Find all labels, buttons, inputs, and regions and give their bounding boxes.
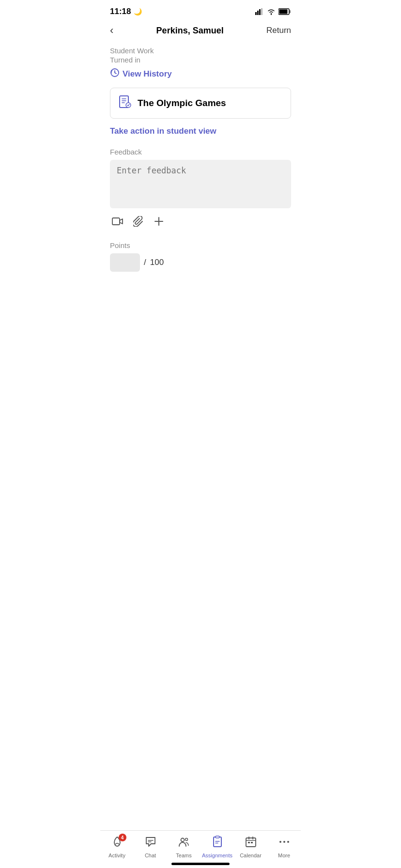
turned-in-label: Turned in — [110, 56, 291, 64]
battery-icon — [278, 8, 291, 15]
points-input[interactable] — [110, 253, 140, 272]
top-nav: ‹ Perkins, Samuel Return — [100, 19, 301, 42]
points-section: Points / 100 — [110, 241, 291, 272]
svg-rect-3 — [261, 8, 262, 15]
assignment-card-icon — [118, 95, 132, 111]
svg-rect-0 — [255, 12, 257, 15]
moon-icon: 🌙 — [134, 8, 142, 16]
points-max: 100 — [150, 258, 164, 267]
view-history-row: View History — [110, 68, 291, 80]
svg-rect-1 — [257, 11, 259, 15]
student-work-label: Student Work — [110, 46, 291, 55]
attach-feedback-button[interactable] — [133, 216, 144, 230]
status-time: 11:18 — [110, 7, 131, 16]
svg-rect-5 — [289, 10, 291, 13]
feedback-textarea[interactable] — [110, 160, 291, 208]
return-button[interactable]: Return — [266, 26, 291, 35]
feedback-actions — [110, 216, 291, 230]
svg-rect-2 — [259, 9, 261, 15]
assignment-card[interactable]: The Olympic Games — [110, 88, 291, 119]
video-feedback-button[interactable] — [112, 216, 123, 230]
main-content: Student Work Turned in View History — [100, 42, 301, 277]
page-title: Perkins, Samuel — [156, 26, 224, 36]
add-feedback-button[interactable] — [154, 216, 164, 230]
wifi-icon — [267, 8, 276, 15]
assignment-title: The Olympic Games — [138, 98, 226, 108]
points-row: / 100 — [110, 253, 291, 272]
points-label: Points — [110, 241, 291, 249]
student-work-section: Student Work Turned in — [110, 46, 291, 64]
svg-rect-10 — [112, 218, 120, 225]
history-icon — [110, 68, 120, 80]
signal-icon — [255, 8, 264, 15]
feedback-label: Feedback — [110, 148, 291, 156]
back-button[interactable]: ‹ — [110, 24, 113, 37]
take-action-link[interactable]: Take action in student view — [110, 126, 291, 136]
points-divider: / — [144, 258, 146, 267]
view-history-link[interactable]: View History — [123, 69, 172, 79]
svg-rect-6 — [279, 10, 288, 14]
status-bar: 11:18 🌙 — [100, 0, 301, 19]
status-icons — [255, 8, 291, 15]
feedback-section: Feedback — [110, 148, 291, 230]
